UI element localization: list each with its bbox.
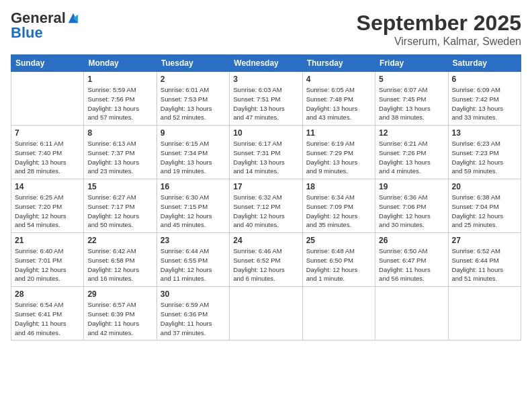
logo: General Blue <box>11 11 79 40</box>
day-number: 15 <box>87 182 152 191</box>
day-number: 18 <box>306 182 371 191</box>
cell-w2-d0: 7 Sunrise: 6:11 AMSunset: 7:40 PMDayligh… <box>11 126 84 179</box>
cell-w4-d5: 26 Sunrise: 6:50 AMSunset: 6:47 PMDaylig… <box>375 233 448 287</box>
week-row-1: 1 Sunrise: 5:59 AMSunset: 7:56 PMDayligh… <box>11 72 521 126</box>
cell-w4-d4: 25 Sunrise: 6:48 AMSunset: 6:50 PMDaylig… <box>302 233 375 287</box>
cell-info: Sunrise: 6:19 AMSunset: 7:29 PMDaylight:… <box>306 139 371 176</box>
day-number: 12 <box>379 128 444 138</box>
cell-info: Sunrise: 6:25 AMSunset: 7:20 PMDaylight:… <box>15 193 80 230</box>
cell-w3-d1: 15 Sunrise: 6:27 AMSunset: 7:17 PMDaylig… <box>84 179 157 233</box>
cell-info: Sunrise: 6:52 AMSunset: 6:44 PMDaylight:… <box>452 246 517 283</box>
day-number: 29 <box>87 289 152 299</box>
header-monday: Monday <box>84 55 157 72</box>
cell-w2-d6: 13 Sunrise: 6:23 AMSunset: 7:23 PMDaylig… <box>448 126 521 179</box>
cell-info: Sunrise: 6:50 AMSunset: 6:47 PMDaylight:… <box>379 246 444 283</box>
cell-w2-d1: 8 Sunrise: 6:13 AMSunset: 7:37 PMDayligh… <box>84 126 157 179</box>
cell-w1-d2: 2 Sunrise: 6:01 AMSunset: 7:53 PMDayligh… <box>157 72 229 126</box>
cell-info: Sunrise: 6:40 AMSunset: 7:01 PMDaylight:… <box>15 246 80 283</box>
cell-w5-d4 <box>302 287 375 340</box>
cell-info: Sunrise: 6:15 AMSunset: 7:34 PMDaylight:… <box>161 139 226 176</box>
cell-w5-d1: 29 Sunrise: 6:57 AMSunset: 6:39 PMDaylig… <box>84 287 157 340</box>
day-number: 11 <box>306 128 371 138</box>
cell-info: Sunrise: 6:17 AMSunset: 7:31 PMDaylight:… <box>233 139 298 176</box>
week-row-5: 28 Sunrise: 6:54 AMSunset: 6:41 PMDaylig… <box>11 287 521 340</box>
month-title: September 2025 <box>357 11 521 36</box>
cell-w1-d5: 5 Sunrise: 6:07 AMSunset: 7:45 PMDayligh… <box>375 72 448 126</box>
cell-w3-d4: 18 Sunrise: 6:34 AMSunset: 7:09 PMDaylig… <box>302 179 375 233</box>
logo-blue: Blue <box>11 26 79 40</box>
location: Virserum, Kalmar, Sweden <box>357 36 521 48</box>
day-number: 23 <box>161 236 226 245</box>
cell-info: Sunrise: 6:48 AMSunset: 6:50 PMDaylight:… <box>306 246 371 283</box>
cell-w3-d6: 20 Sunrise: 6:38 AMSunset: 7:04 PMDaylig… <box>448 179 521 233</box>
day-number: 4 <box>306 75 371 84</box>
cell-w3-d3: 17 Sunrise: 6:32 AMSunset: 7:12 PMDaylig… <box>230 179 302 233</box>
cell-info: Sunrise: 6:42 AMSunset: 6:58 PMDaylight:… <box>87 246 152 283</box>
cell-w5-d5 <box>375 287 448 340</box>
day-number: 19 <box>379 182 444 191</box>
day-number: 13 <box>452 128 517 138</box>
day-number: 8 <box>87 128 152 138</box>
day-number: 26 <box>379 236 444 245</box>
cell-w3-d2: 16 Sunrise: 6:30 AMSunset: 7:15 PMDaylig… <box>157 179 229 233</box>
cell-w4-d2: 23 Sunrise: 6:44 AMSunset: 6:55 PMDaylig… <box>157 233 229 287</box>
cell-info: Sunrise: 6:21 AMSunset: 7:26 PMDaylight:… <box>379 139 444 176</box>
title-block: September 2025 Virserum, Kalmar, Sweden <box>357 11 521 48</box>
cell-w5-d3 <box>230 287 302 340</box>
cell-w3-d0: 14 Sunrise: 6:25 AMSunset: 7:20 PMDaylig… <box>11 179 84 233</box>
day-number: 25 <box>306 236 371 245</box>
day-number: 10 <box>233 128 298 138</box>
cell-w5-d2: 30 Sunrise: 6:59 AMSunset: 6:36 PMDaylig… <box>157 287 229 340</box>
week-row-3: 14 Sunrise: 6:25 AMSunset: 7:20 PMDaylig… <box>11 179 521 233</box>
cell-info: Sunrise: 6:05 AMSunset: 7:48 PMDaylight:… <box>306 85 371 122</box>
header-sunday: Sunday <box>11 55 84 72</box>
cell-w4-d6: 27 Sunrise: 6:52 AMSunset: 6:44 PMDaylig… <box>448 233 521 287</box>
cell-w3-d5: 19 Sunrise: 6:36 AMSunset: 7:06 PMDaylig… <box>375 179 448 233</box>
weekday-header-row: Sunday Monday Tuesday Wednesday Thursday… <box>11 55 521 72</box>
header: General Blue September 2025 Virserum, Ka… <box>11 11 521 48</box>
day-number: 28 <box>15 289 80 299</box>
day-number: 7 <box>15 128 80 138</box>
cell-info: Sunrise: 6:07 AMSunset: 7:45 PMDaylight:… <box>379 85 444 122</box>
cell-info: Sunrise: 6:57 AMSunset: 6:39 PMDaylight:… <box>87 300 152 337</box>
cell-w2-d5: 12 Sunrise: 6:21 AMSunset: 7:26 PMDaylig… <box>375 126 448 179</box>
day-number: 2 <box>161 75 226 84</box>
day-number: 14 <box>15 182 80 191</box>
cell-info: Sunrise: 6:44 AMSunset: 6:55 PMDaylight:… <box>161 246 226 283</box>
week-row-2: 7 Sunrise: 6:11 AMSunset: 7:40 PMDayligh… <box>11 126 521 179</box>
cell-w2-d3: 10 Sunrise: 6:17 AMSunset: 7:31 PMDaylig… <box>230 126 302 179</box>
cell-info: Sunrise: 6:13 AMSunset: 7:37 PMDaylight:… <box>87 139 152 176</box>
cell-info: Sunrise: 6:36 AMSunset: 7:06 PMDaylight:… <box>379 193 444 230</box>
cell-w5-d0: 28 Sunrise: 6:54 AMSunset: 6:41 PMDaylig… <box>11 287 84 340</box>
cell-info: Sunrise: 6:09 AMSunset: 7:42 PMDaylight:… <box>452 85 517 122</box>
day-number: 24 <box>233 236 298 245</box>
logo-icon <box>67 12 79 24</box>
calendar: Sunday Monday Tuesday Wednesday Thursday… <box>11 54 521 340</box>
cell-info: Sunrise: 6:27 AMSunset: 7:17 PMDaylight:… <box>87 193 152 230</box>
cell-info: Sunrise: 6:30 AMSunset: 7:15 PMDaylight:… <box>161 193 226 230</box>
day-number: 1 <box>87 75 152 84</box>
day-number: 3 <box>233 75 298 84</box>
cell-w1-d6: 6 Sunrise: 6:09 AMSunset: 7:42 PMDayligh… <box>448 72 521 126</box>
day-number: 16 <box>161 182 226 191</box>
cell-w1-d3: 3 Sunrise: 6:03 AMSunset: 7:51 PMDayligh… <box>230 72 302 126</box>
day-number: 20 <box>452 182 517 191</box>
cell-w1-d0 <box>11 72 84 126</box>
cell-w4-d0: 21 Sunrise: 6:40 AMSunset: 7:01 PMDaylig… <box>11 233 84 287</box>
day-number: 17 <box>233 182 298 191</box>
cell-info: Sunrise: 6:34 AMSunset: 7:09 PMDaylight:… <box>306 193 371 230</box>
cell-info: Sunrise: 6:11 AMSunset: 7:40 PMDaylight:… <box>15 139 80 176</box>
logo-general: General <box>11 11 66 26</box>
day-number: 27 <box>452 236 517 245</box>
cell-info: Sunrise: 5:59 AMSunset: 7:56 PMDaylight:… <box>87 85 152 122</box>
header-tuesday: Tuesday <box>157 55 229 72</box>
cell-w2-d4: 11 Sunrise: 6:19 AMSunset: 7:29 PMDaylig… <box>302 126 375 179</box>
day-number: 5 <box>379 75 444 84</box>
day-number: 22 <box>87 236 152 245</box>
cell-w5-d6 <box>448 287 521 340</box>
header-saturday: Saturday <box>448 55 521 72</box>
cell-w1-d4: 4 Sunrise: 6:05 AMSunset: 7:48 PMDayligh… <box>302 72 375 126</box>
cell-info: Sunrise: 6:03 AMSunset: 7:51 PMDaylight:… <box>233 85 298 122</box>
cell-info: Sunrise: 6:59 AMSunset: 6:36 PMDaylight:… <box>161 300 226 337</box>
day-number: 30 <box>161 289 226 299</box>
